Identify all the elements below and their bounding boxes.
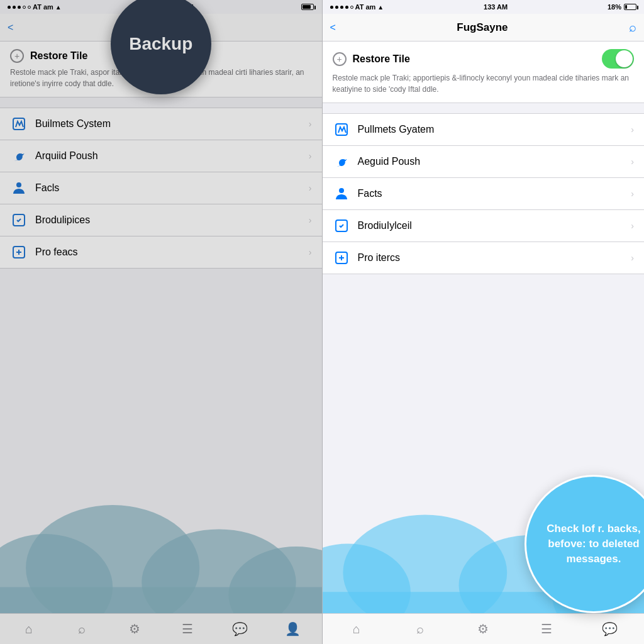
tab-list-right[interactable]: ☰ [515, 621, 579, 636]
chevron-icon: › [631, 253, 634, 263]
tab-list-left[interactable]: ☰ [161, 621, 214, 636]
item-label-arquiid: Arquiid Poush [35, 150, 309, 162]
toggle-thumb [616, 50, 633, 67]
list-tab-icon: ☰ [182, 621, 193, 636]
restore-tile-row-right: + Restore Tile [333, 49, 635, 69]
chat-tab-icon: 💬 [232, 621, 248, 636]
wifi-icon-left: ▲ [55, 4, 62, 11]
content-left: + Restore Tile Restole mack ple Traki, a… [0, 42, 322, 613]
restore-toggle[interactable] [602, 49, 634, 69]
list-item-facts[interactable]: Facts › [323, 178, 645, 210]
tab-settings-left[interactable]: ⚙ [108, 621, 161, 636]
back-button-left[interactable]: < [8, 22, 13, 33]
tab-home-right[interactable]: ⌂ [325, 622, 389, 636]
chat-tab-icon-right: 💬 [602, 621, 618, 636]
tab-chat-left[interactable]: 💬 [214, 621, 267, 636]
chevron-icon: › [309, 247, 312, 257]
item-label-pro: Pro feacs [35, 247, 309, 258]
battery-percent-right: 18% [608, 3, 621, 11]
back-button-right[interactable]: < [330, 22, 336, 33]
signal-dot-empty [23, 6, 26, 9]
plus-icon-left: + [10, 49, 24, 63]
battery-area-left [301, 4, 314, 10]
svg-point-12 [339, 188, 344, 193]
list-item-pro[interactable]: Pro feacs › [0, 236, 322, 268]
item-label-facls: Facls [35, 182, 309, 194]
nav-bar-right: < FugSayne ⌕ [323, 14, 645, 42]
signal-dot [18, 6, 21, 9]
nav-title-right: FugSayne [457, 21, 508, 34]
check-square-icon-right [333, 217, 350, 235]
time-right: 133 AM [484, 3, 508, 11]
wifi-icon-right: ▲ [377, 4, 384, 11]
tab-person-left[interactable]: 👤 [267, 621, 319, 636]
bird-icon-right [333, 153, 350, 170]
search-button-right[interactable]: ⌕ [629, 20, 636, 35]
left-phone-panel: AT am ▲ 123 AM < Fupagne + Restor [0, 0, 323, 644]
check-callout-label: Check lof r. backs, befove: to deleted m… [539, 521, 644, 566]
chevron-icon: › [309, 183, 312, 193]
battery-icon-left [301, 4, 314, 10]
settings-tab-icon: ⚙ [129, 621, 140, 636]
tab-settings-right[interactable]: ⚙ [452, 621, 515, 636]
list-tab-icon-right: ☰ [541, 621, 552, 636]
list-item-facls[interactable]: Facls › [0, 172, 322, 204]
chevron-icon: › [309, 151, 312, 161]
signal-dot [335, 6, 338, 9]
chevron-icon: › [631, 125, 634, 135]
backup-callout-label: Backup [129, 34, 192, 54]
tab-bar-right: ⌂ ⌕ ⚙ ☰ 💬 [323, 613, 645, 644]
plus-square-icon-left [10, 243, 28, 261]
chevron-icon: › [631, 221, 634, 231]
signal-dot [8, 6, 11, 9]
search-tab-icon: ⌕ [78, 622, 86, 636]
desc-block-right: + Restore Tile Restole mack ple Traki; a… [323, 42, 645, 103]
signal-dot-empty [350, 6, 353, 9]
signal-dot-empty [28, 6, 31, 9]
m-icon-left [10, 115, 28, 133]
tab-home-left[interactable]: ⌂ [3, 622, 55, 636]
tab-search-left[interactable]: ⌕ [55, 622, 108, 636]
person-icon-right [333, 185, 350, 203]
carrier-right: AT am [355, 3, 376, 11]
item-label-proitercs: Pro itercs [358, 252, 631, 264]
check-square-icon-left [10, 211, 28, 229]
signal-dot [345, 6, 348, 9]
list-item-aeguid[interactable]: Aeguid Poush › [323, 146, 645, 178]
tab-search-right[interactable]: ⌕ [388, 622, 452, 636]
battery-icon-right [624, 4, 636, 10]
chevron-icon: › [309, 215, 312, 225]
tab-chat-right[interactable]: 💬 [578, 621, 641, 636]
chevron-icon: › [631, 189, 634, 199]
desc-text-right: Restole mack ple Traki; apportiepis &-li… [333, 72, 635, 95]
list-item-proitercs[interactable]: Pro itercs › [323, 242, 645, 274]
plus-square-icon-right [333, 249, 350, 267]
signal-area-right: AT am ▲ [330, 3, 384, 11]
bird-icon-left [10, 147, 28, 165]
list-item-arquiid[interactable]: Arquiid Poush › [0, 140, 322, 172]
list-group-left: Builmets Cystem › Arquiid Poush › [0, 108, 322, 269]
list-item-brodiu[interactable]: BrodiuIylceil › [323, 210, 645, 242]
item-label-aeguid: Aeguid Poush [358, 156, 631, 167]
list-item-pullmets[interactable]: Pullmets Gyatem › [323, 114, 645, 146]
svg-point-1 [16, 182, 21, 187]
list-item-brodu[interactable]: Brodulipices › [0, 204, 322, 236]
battery-area-right: 18% [608, 3, 636, 11]
search-tab-icon-right: ⌕ [416, 622, 424, 636]
list-group-right: Pullmets Gyatem › Aeguid Poush › [323, 113, 645, 274]
chevron-icon: › [309, 119, 312, 129]
restore-title-left: Restore Tile [30, 50, 87, 62]
chevron-icon: › [631, 157, 634, 167]
status-bar-right: AT am ▲ 133 AM 18% [323, 0, 645, 14]
home-tab-icon-right: ⌂ [353, 622, 360, 636]
m-icon-right [333, 121, 350, 138]
list-item-builmets[interactable]: Builmets Cystem › [0, 108, 322, 140]
tab-bar-left: ⌂ ⌕ ⚙ ☰ 💬 👤 [0, 613, 322, 644]
signal-dot [340, 6, 343, 9]
person-icon-left [10, 179, 28, 197]
plus-icon-right: + [333, 52, 347, 66]
person-tab-icon: 👤 [285, 621, 301, 636]
item-label-facts: Facts [358, 188, 631, 199]
home-tab-icon: ⌂ [25, 622, 33, 636]
signal-dot [330, 6, 333, 9]
